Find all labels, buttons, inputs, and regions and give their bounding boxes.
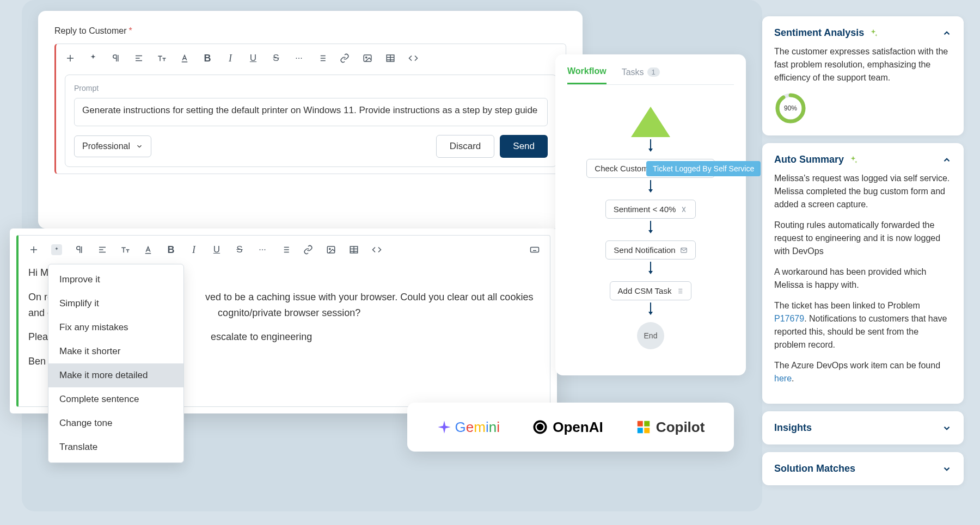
gemini-icon xyxy=(437,419,452,435)
node-condition[interactable]: Sentiment < 40% xyxy=(605,200,696,219)
plus-icon[interactable] xyxy=(28,244,39,255)
align-icon[interactable] xyxy=(133,53,144,64)
svg-rect-6 xyxy=(531,248,539,252)
openai-text: OpenAI xyxy=(553,419,603,436)
arrow-icon xyxy=(650,180,651,190)
summary-p1: Melissa's request was logged via self se… xyxy=(774,172,952,211)
editor-toolbar: B I U S ··· xyxy=(28,242,540,265)
image-icon[interactable] xyxy=(362,53,373,64)
link-icon[interactable] xyxy=(339,53,350,64)
bold-icon[interactable]: B xyxy=(166,244,176,255)
keyboard-icon[interactable] xyxy=(529,244,540,255)
insights-title: Insights xyxy=(774,422,812,434)
copilot-text: Copilot xyxy=(656,419,705,436)
arrow-icon xyxy=(650,302,651,312)
end-node[interactable]: End xyxy=(637,322,664,349)
sentiment-title: Sentiment Analysis xyxy=(774,27,878,39)
gemini-logo: Gemini xyxy=(437,419,500,436)
dd-improve[interactable]: Improve it xyxy=(48,268,183,292)
node-notify[interactable]: Send Notification xyxy=(605,240,695,260)
right-sidebar: Sentiment Analysis The customer expresse… xyxy=(762,16,964,485)
code-icon[interactable] xyxy=(371,244,382,255)
strike-icon[interactable]: S xyxy=(234,244,245,255)
paragraph-icon[interactable] xyxy=(111,53,121,64)
reply-toolbar: B I U S ··· xyxy=(65,51,557,71)
tab-workflow[interactable]: Workflow xyxy=(567,66,607,84)
arrow-icon xyxy=(650,139,651,149)
more-icon[interactable]: ··· xyxy=(293,53,304,64)
sparkle-icon[interactable] xyxy=(88,53,99,64)
plus-icon[interactable] xyxy=(65,53,76,64)
svg-point-4 xyxy=(329,248,330,249)
table-icon[interactable] xyxy=(385,53,396,64)
send-button[interactable]: Send xyxy=(500,135,548,158)
start-node[interactable] xyxy=(631,107,670,137)
underline-icon[interactable]: U xyxy=(211,244,222,255)
chevron-down-icon[interactable] xyxy=(942,423,952,433)
sparkle-icon xyxy=(848,155,858,165)
image-icon[interactable] xyxy=(326,244,336,255)
code-icon[interactable] xyxy=(408,53,419,64)
sentiment-gauge: 90% xyxy=(774,92,807,125)
sentiment-score: 90% xyxy=(784,104,797,112)
workflow-panel: Workflow Tasks 1 Ticket Logged By Self S… xyxy=(555,54,746,375)
italic-icon[interactable]: I xyxy=(188,244,199,255)
dd-translate[interactable]: Translate xyxy=(48,435,183,459)
dd-shorter[interactable]: Make it shorter xyxy=(48,339,183,363)
dd-detailed[interactable]: Make it more detailed xyxy=(48,363,183,387)
chevron-down-icon xyxy=(136,143,143,150)
chevron-up-icon[interactable] xyxy=(942,28,952,38)
dd-simplify[interactable]: Simplify it xyxy=(48,292,183,316)
summary-title: Auto Summary xyxy=(774,154,858,165)
dd-fix[interactable]: Fix any mistakes xyxy=(48,316,183,339)
tone-select[interactable]: Professional xyxy=(74,135,151,157)
workflow-flow: Ticket Logged By Self Service Check Cust… xyxy=(567,107,734,349)
arrow-icon xyxy=(650,262,651,271)
discard-button[interactable]: Discard xyxy=(436,135,495,158)
textcolor-icon[interactable] xyxy=(143,244,154,255)
tab-tasks[interactable]: Tasks 1 xyxy=(622,67,660,84)
mail-icon xyxy=(680,246,688,254)
dd-complete[interactable]: Complete sentence xyxy=(48,387,183,411)
textsize-icon[interactable] xyxy=(120,244,131,255)
devops-link[interactable]: here xyxy=(774,374,792,383)
reply-editor: B I U S ··· Prompt Generate instructions… xyxy=(54,44,566,174)
workflow-tabs: Workflow Tasks 1 xyxy=(567,66,734,85)
problem-link[interactable]: P17679 xyxy=(774,314,804,323)
node-task[interactable]: Add CSM Task xyxy=(610,281,692,300)
reply-label-text: Reply to Customer xyxy=(54,26,127,36)
reply-panel: Reply to Customer * B I U S ··· Prompt G… xyxy=(38,11,583,228)
list-icon[interactable] xyxy=(316,53,327,64)
copilot-icon xyxy=(635,419,652,435)
start-label: Ticket Logged By Self Service xyxy=(646,161,761,176)
prompt-input[interactable]: Generate instructions for setting the de… xyxy=(74,98,548,126)
prompt-card: Prompt Generate instructions for setting… xyxy=(65,75,557,167)
strike-icon[interactable]: S xyxy=(271,53,281,64)
ai-actions-dropdown: Improve it Simplify it Fix any mistakes … xyxy=(48,264,184,463)
tone-value: Professional xyxy=(82,141,130,151)
integrations-bar: Gemini OpenAI Copilot xyxy=(407,403,734,452)
more-icon[interactable]: ··· xyxy=(257,244,268,255)
align-icon[interactable] xyxy=(97,244,108,255)
textcolor-icon[interactable] xyxy=(179,53,190,64)
dd-tone[interactable]: Change tone xyxy=(48,411,183,435)
tab-tasks-label: Tasks xyxy=(622,67,644,77)
underline-icon[interactable]: U xyxy=(248,53,259,64)
table-icon[interactable] xyxy=(348,244,359,255)
prompt-label: Prompt xyxy=(74,84,548,92)
link-icon[interactable] xyxy=(303,244,314,255)
chevron-up-icon[interactable] xyxy=(942,155,952,165)
sparkle-icon[interactable] xyxy=(51,244,62,255)
paragraph-icon[interactable] xyxy=(74,244,85,255)
sparkle-icon xyxy=(868,28,878,38)
summary-p4: The ticket has been linked to Problem P1… xyxy=(774,299,952,351)
openai-icon xyxy=(532,419,548,435)
bold-icon[interactable]: B xyxy=(202,53,213,64)
solutions-card[interactable]: Solution Matches xyxy=(762,452,964,485)
chevron-down-icon[interactable] xyxy=(942,464,952,474)
svg-point-1 xyxy=(366,57,367,58)
insights-card[interactable]: Insights xyxy=(762,411,964,444)
textsize-icon[interactable] xyxy=(156,53,167,64)
italic-icon[interactable]: I xyxy=(225,53,236,64)
list-icon[interactable] xyxy=(280,244,291,255)
